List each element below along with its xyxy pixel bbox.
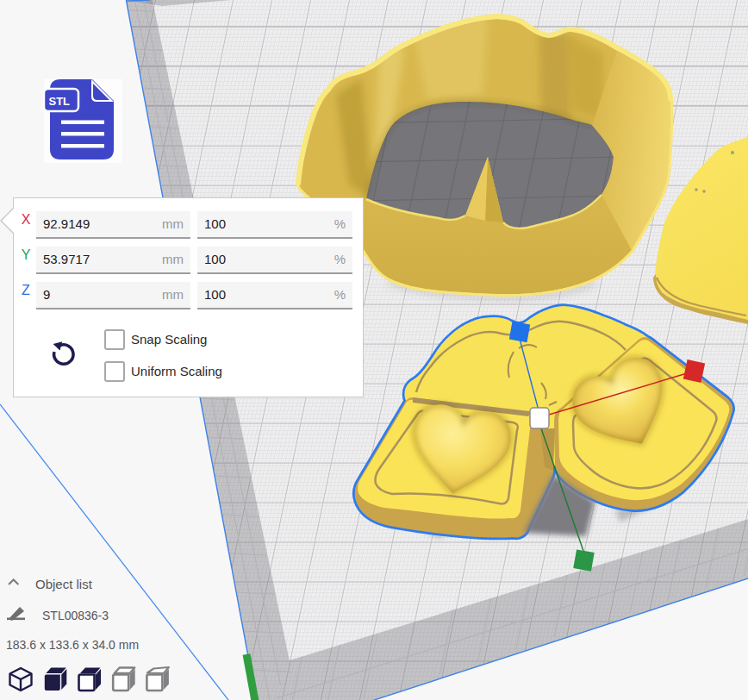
- svg-text:STL: STL: [49, 95, 71, 108]
